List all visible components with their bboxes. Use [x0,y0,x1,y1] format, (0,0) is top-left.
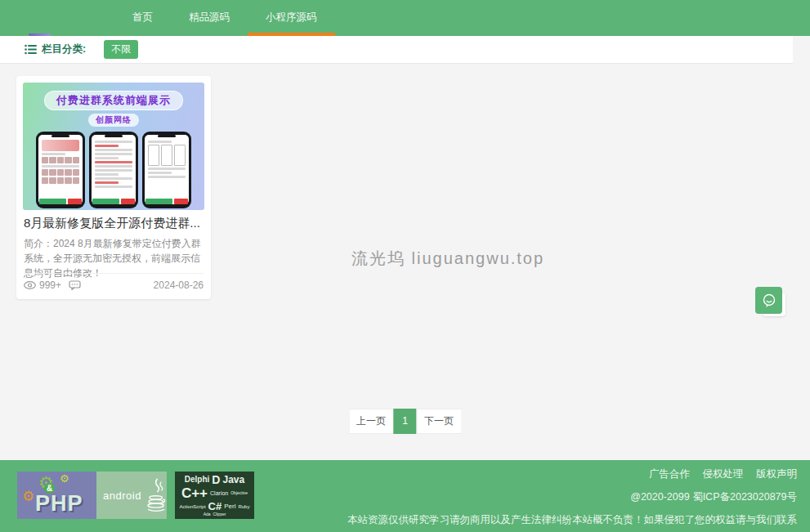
site-watermark: 流光坞 liuguangwu.top [351,248,544,270]
top-navbar: 首页 精品源码 小程序源码 [0,0,810,36]
category-option-unlimited[interactable]: 不限 [104,40,138,59]
thumbnail-title: 付费进群系统前端展示 [44,91,183,110]
phone-mockup [142,132,191,208]
footer-links: 广告合作 侵权处理 版权声明 [347,467,797,481]
wordcloud-word: Objective [230,491,248,495]
views-count: 999+ [39,279,61,291]
eye-icon [24,280,36,290]
wordcloud-word: C# [208,501,222,512]
php-logo: ⚙ ⚙ ⚙ & PHP [17,472,96,519]
views-counter: 999+ [24,279,81,291]
wordcloud-word: Clipper [213,512,226,516]
phone-mockup [89,132,138,208]
wordcloud-word: Ada [204,512,211,516]
android-logo-text: android [103,490,141,502]
nav-item-miniprogram-source[interactable]: 小程序源码 [248,0,335,36]
footer-info: 广告合作 侵权处理 版权声明 @2020-2099 蜀ICP备202302087… [347,467,797,527]
thumbnail-phone-mockups [23,132,204,208]
nav-item-home[interactable]: 首页 [114,0,171,36]
card-meta-row: 999+ 2024-08-26 [24,279,204,291]
publish-date: 2024-08-26 [154,279,204,291]
pagination-next-button[interactable]: 下一页 [416,409,462,434]
customer-service-button[interactable] [755,287,782,314]
category-filter-label: 栏目分类: [42,42,86,56]
comment-icon [69,280,81,290]
languages-wordcloud-logo: Delphi D Java C++ Clarion Objective Acti… [175,472,254,519]
wordcloud-word: C++ [181,486,208,500]
php-logo-text: PHP [35,491,83,516]
wordcloud-word: Ruby [238,504,249,509]
java-cup-icon [146,476,167,514]
card-thumbnail[interactable]: 付费进群系统前端展示 创颜网络 [23,83,204,210]
card-divider [24,273,204,274]
footer-logos: ⚙ ⚙ ⚙ & PHP android Delphi D Java C++ Cl… [17,472,254,519]
thumbnail-subtitle: 创颜网络 [88,114,139,127]
chat-smile-icon [761,293,777,309]
footer-link-infringement[interactable]: 侵权处理 [703,468,744,480]
wordcloud-word: Clarion [210,490,228,496]
pagination-prev-button[interactable]: 上一页 [348,409,394,434]
nav-menu: 首页 精品源码 小程序源码 [114,0,810,36]
pagination-page-1[interactable]: 1 [393,409,417,434]
wordcloud-word: Perl [224,503,235,510]
gear-icon: ⚙ [22,490,34,503]
footer-link-ads[interactable]: 广告合作 [649,468,690,480]
source-item-card[interactable]: 付费进群系统前端展示 创颜网络 [16,76,211,299]
wordcloud-word: Delphi [185,476,210,484]
list-icon [25,44,37,55]
category-filter-bar: 栏目分类: 不限 [0,36,793,64]
footer-copyright[interactable]: @2020-2099 蜀ICP备2023020879号 [347,490,797,504]
android-logo: android [96,472,167,519]
footer-disclaimer: 本站资源仅供研究学习请勿商用以及产生法律纠纷本站概不负责！如果侵犯了您的权益请与… [347,513,797,527]
footer: ⚙ ⚙ ⚙ & PHP android Delphi D Java C++ Cl… [0,460,810,532]
footer-link-copyright-statement[interactable]: 版权声明 [756,468,797,480]
phone-mockup [36,132,85,208]
card-title[interactable]: 8月最新修复版全开源付费进群... [24,216,205,231]
wordcloud-word: D [212,474,220,485]
nav-item-premium-source[interactable]: 精品源码 [171,0,248,36]
gear-icon: ⚙ [60,473,69,484]
wordcloud-word: Java [222,475,244,485]
pagination: 上一页 1 下一页 [348,409,462,434]
wordcloud-word: ActionScript [180,504,206,509]
